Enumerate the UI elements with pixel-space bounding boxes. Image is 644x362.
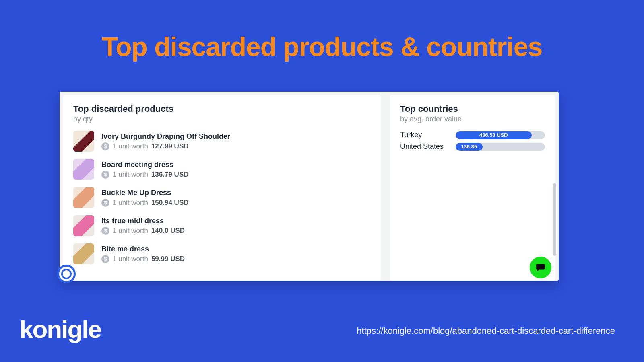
panel-subtitle: by avg. order value <box>400 115 545 123</box>
currency-icon: $ <box>101 255 109 263</box>
product-worth: $ 1 unit worth 59.99 USD <box>101 255 185 263</box>
product-worth: $ 1 unit worth 140.0 USD <box>101 227 185 235</box>
bar-track: 136.85 <box>456 143 545 151</box>
dashboard-screenshot: Top discarded products by qty Ivory Burg… <box>60 92 559 281</box>
product-thumbnail <box>73 131 94 152</box>
top-countries-panel: Top countries by avg. order value Turkey… <box>390 95 555 281</box>
product-row[interactable]: Ivory Burgundy Draping Off Shoulder $ 1 … <box>73 131 370 152</box>
worth-value: 59.99 USD <box>151 255 185 263</box>
panel-title: Top discarded products <box>73 104 370 114</box>
chat-fab[interactable] <box>530 257 551 278</box>
currency-icon: $ <box>101 171 109 179</box>
worth-prefix: 1 unit worth <box>113 142 148 150</box>
product-thumbnail <box>73 215 94 236</box>
worth-value: 127.99 USD <box>151 142 189 150</box>
brand-logo: konigle <box>19 315 101 343</box>
worth-value: 136.79 USD <box>151 171 189 179</box>
chat-icon <box>535 262 546 273</box>
help-icon[interactable] <box>57 265 76 283</box>
bar-fill: 436.53 USD <box>456 131 532 139</box>
product-row[interactable]: Bite me dress $ 1 unit worth 59.99 USD <box>73 243 370 264</box>
source-url: https://konigle.com/blog/abandoned-cart-… <box>357 326 615 336</box>
country-name: United States <box>400 142 448 151</box>
country-row: Turkey 436.53 USD <box>400 131 545 139</box>
slide-title: Top discarded products & countries <box>0 0 644 62</box>
currency-icon: $ <box>101 199 109 207</box>
worth-value: 150.94 USD <box>151 199 189 207</box>
currency-icon: $ <box>101 227 109 235</box>
product-thumbnail <box>73 243 94 264</box>
currency-icon: $ <box>101 142 109 150</box>
panel-title: Top countries <box>400 104 545 114</box>
product-name: Board meeting dress <box>101 160 189 169</box>
bar-track: 436.53 USD <box>456 131 545 139</box>
product-thumbnail <box>73 159 94 180</box>
product-row[interactable]: Its true midi dress $ 1 unit worth 140.0… <box>73 215 370 236</box>
product-worth: $ 1 unit worth 127.99 USD <box>101 142 230 150</box>
product-row[interactable]: Board meeting dress $ 1 unit worth 136.7… <box>73 159 370 180</box>
worth-prefix: 1 unit worth <box>113 199 148 207</box>
bar-fill: 136.85 <box>456 143 483 151</box>
country-name: Turkey <box>400 131 448 139</box>
product-worth: $ 1 unit worth 136.79 USD <box>101 171 189 179</box>
product-thumbnail <box>73 187 94 208</box>
product-name: Ivory Burgundy Draping Off Shoulder <box>101 132 230 141</box>
panel-subtitle: by qty <box>73 115 370 123</box>
worth-prefix: 1 unit worth <box>113 171 148 179</box>
worth-value: 140.0 USD <box>151 227 185 235</box>
worth-prefix: 1 unit worth <box>113 255 148 263</box>
product-name: Bite me dress <box>101 245 185 253</box>
product-name: Its true midi dress <box>101 217 185 225</box>
worth-prefix: 1 unit worth <box>113 227 148 235</box>
product-name: Buckle Me Up Dress <box>101 189 189 197</box>
product-worth: $ 1 unit worth 150.94 USD <box>101 199 189 207</box>
product-row[interactable]: Buckle Me Up Dress $ 1 unit worth 150.94… <box>73 187 370 208</box>
scrollbar[interactable] <box>553 183 556 256</box>
country-row: United States 136.85 <box>400 142 545 151</box>
top-discarded-products-panel: Top discarded products by qty Ivory Burg… <box>63 95 381 281</box>
